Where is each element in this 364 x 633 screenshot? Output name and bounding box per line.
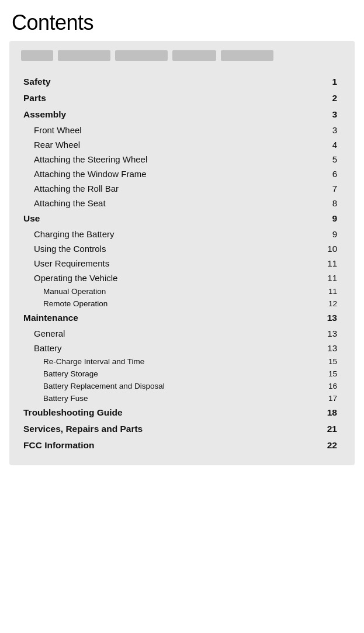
toc-item-page: 13 xyxy=(325,328,337,338)
toc-item-label: Attaching the Seat xyxy=(34,198,106,208)
toc-item-label: Battery Storage xyxy=(43,369,98,378)
toc-item-label: Attaching the Window Frame xyxy=(34,169,147,179)
toc-item[interactable]: Battery Storage15 xyxy=(9,368,355,380)
toc-item-page: 6 xyxy=(325,169,337,179)
toc-item[interactable]: Rear Wheel4 xyxy=(9,137,355,152)
toc-item[interactable]: Services, Repairs and Parts21 xyxy=(9,421,355,437)
toc-item-page: 21 xyxy=(325,424,337,434)
toc-item-page: 13 xyxy=(325,343,337,353)
toc-item-label: Maintenance xyxy=(23,313,78,323)
toc-item-page: 2 xyxy=(325,93,337,103)
toc-item-page: 13 xyxy=(325,313,337,323)
toc-item-page: 1 xyxy=(325,77,337,87)
toc-item-page: 15 xyxy=(325,369,337,378)
toc-item-label: Safety xyxy=(23,77,51,87)
toc-item[interactable]: Using the Controls10 xyxy=(9,241,355,256)
toc-item-label: Front Wheel xyxy=(34,125,82,135)
toc-item[interactable]: Battery Fuse17 xyxy=(9,392,355,404)
toc-item-label: Battery Replacement and Disposal xyxy=(43,382,165,390)
toc-item[interactable]: Manual Operation11 xyxy=(9,285,355,298)
toc-item-page: 16 xyxy=(325,382,337,390)
thumbnail-image xyxy=(221,50,273,61)
thumbnail-image xyxy=(172,50,216,61)
toc-item-label: Assembly xyxy=(23,109,66,120)
toc-item-label: Troubleshooting Guide xyxy=(23,407,123,418)
toc-item-label: Charging the Battery xyxy=(34,229,115,239)
toc-item-page: 12 xyxy=(325,299,337,308)
toc-item-label: General xyxy=(34,328,65,338)
toc-item-label: Using the Controls xyxy=(34,244,106,254)
toc-item[interactable]: Attaching the Window Frame6 xyxy=(9,167,355,181)
toc-list: Safety1Parts2Assembly3Front Wheel3Rear W… xyxy=(9,74,355,454)
toc-item[interactable]: General13 xyxy=(9,326,355,341)
toc-item[interactable]: Troubleshooting Guide18 xyxy=(9,404,355,421)
toc-item-label: Attaching the Roll Bar xyxy=(34,184,119,193)
toc-item[interactable]: Battery Replacement and Disposal16 xyxy=(9,380,355,392)
toc-item-page: 15 xyxy=(325,357,337,366)
toc-item-label: FCC Information xyxy=(23,440,94,451)
toc-item-label: Re-Charge Interval and Time xyxy=(43,357,144,366)
toc-item-page: 17 xyxy=(325,394,337,403)
toc-item-page: 10 xyxy=(325,244,337,254)
toc-item-page: 4 xyxy=(325,140,337,150)
thumbnail-image xyxy=(115,50,168,61)
toc-item-page: 3 xyxy=(325,125,337,135)
toc-item[interactable]: Maintenance13 xyxy=(9,310,355,326)
toc-item[interactable]: Battery13 xyxy=(9,341,355,355)
toc-item[interactable]: Use9 xyxy=(9,210,355,227)
toc-item-page: 11 xyxy=(325,273,337,283)
toc-item[interactable]: Assembly3 xyxy=(9,106,355,123)
toc-container: Safety1Parts2Assembly3Front Wheel3Rear W… xyxy=(9,41,355,465)
toc-item[interactable]: FCC Information22 xyxy=(9,437,355,454)
toc-item-label: Manual Operation xyxy=(43,287,106,296)
thumbnail-strip xyxy=(9,50,355,70)
toc-item-page: 3 xyxy=(325,109,337,120)
toc-item[interactable]: Charging the Battery9 xyxy=(9,227,355,241)
toc-item-label: User Requirements xyxy=(34,258,109,268)
page-title: Contents xyxy=(0,0,364,41)
toc-item[interactable]: Attaching the Roll Bar7 xyxy=(9,181,355,196)
toc-item-label: Attaching the Steering Wheel xyxy=(34,154,147,164)
toc-item-page: 11 xyxy=(325,258,337,268)
toc-item-label: Parts xyxy=(23,93,46,103)
toc-item[interactable]: Operating the Vehicle11 xyxy=(9,271,355,285)
toc-item-page: 5 xyxy=(325,154,337,164)
toc-item-label: Operating the Vehicle xyxy=(34,273,117,283)
toc-item-page: 8 xyxy=(325,198,337,208)
toc-item-label: Use xyxy=(23,213,40,224)
toc-item[interactable]: Attaching the Seat8 xyxy=(9,196,355,210)
toc-item[interactable]: Parts2 xyxy=(9,90,355,106)
toc-item-label: Battery Fuse xyxy=(43,394,88,403)
toc-item-label: Battery xyxy=(34,343,62,353)
toc-item-page: 22 xyxy=(325,440,337,451)
thumbnail-image xyxy=(21,50,53,61)
toc-item-page: 9 xyxy=(325,229,337,239)
toc-item[interactable]: Re-Charge Interval and Time15 xyxy=(9,355,355,368)
toc-item-label: Services, Repairs and Parts xyxy=(23,424,143,434)
toc-item-page: 18 xyxy=(325,407,337,418)
toc-item[interactable]: Safety1 xyxy=(9,74,355,90)
toc-item[interactable]: User Requirements11 xyxy=(9,256,355,271)
toc-item-page: 9 xyxy=(325,213,337,224)
toc-item[interactable]: Remote Operation12 xyxy=(9,298,355,310)
thumbnail-image xyxy=(58,50,110,61)
toc-item-page: 7 xyxy=(325,184,337,193)
toc-item[interactable]: Front Wheel3 xyxy=(9,123,355,137)
toc-item[interactable]: Attaching the Steering Wheel5 xyxy=(9,152,355,167)
toc-item-label: Remote Operation xyxy=(43,299,108,308)
toc-item-page: 11 xyxy=(325,287,337,296)
toc-item-label: Rear Wheel xyxy=(34,140,80,150)
